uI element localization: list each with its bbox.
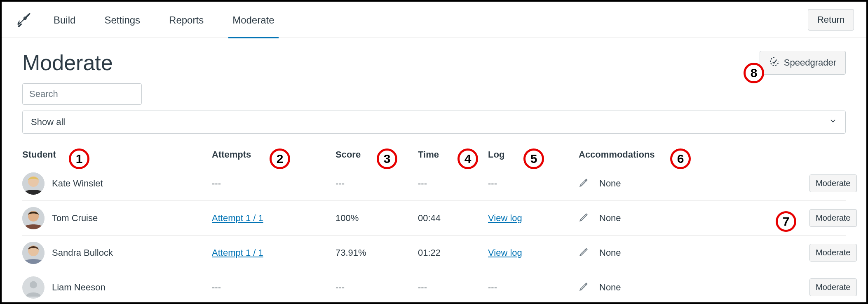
score-cell: ---: [335, 282, 418, 293]
accommodations-cell: None: [599, 282, 621, 293]
log-cell[interactable]: View log: [488, 247, 522, 258]
table-row: Sandra BullockAttempt 1 / 173.91%01:22Vi…: [22, 236, 846, 270]
attempts-cell[interactable]: Attempt 1 / 1: [212, 213, 263, 223]
log-cell: ---: [488, 282, 497, 292]
search-input[interactable]: [22, 83, 142, 105]
speedgrader-label: Speedgrader: [784, 57, 836, 68]
nav-tabs: Build Settings Reports Moderate: [54, 3, 274, 37]
col-score: Score: [335, 149, 418, 160]
moderate-button[interactable]: Moderate: [809, 278, 857, 296]
moderate-button[interactable]: Moderate: [809, 244, 857, 262]
col-student: Student: [22, 149, 212, 160]
moderate-button[interactable]: Moderate: [809, 209, 857, 227]
score-cell: 73.91%: [335, 247, 418, 258]
time-cell: ---: [418, 178, 488, 189]
col-attempts: Attempts: [212, 149, 335, 160]
main-content: Moderate Speedgrader Show all Student At…: [2, 38, 866, 304]
tab-reports[interactable]: Reports: [169, 3, 204, 37]
student-name: Kate Winslet: [52, 178, 103, 189]
log-cell[interactable]: View log: [488, 213, 522, 223]
accommodations-cell: None: [599, 247, 621, 258]
table-header: Student Attempts Score Time Log Accommod…: [22, 145, 846, 166]
time-cell: ---: [418, 282, 488, 293]
time-cell: 01:22: [418, 247, 488, 258]
pencil-icon[interactable]: [579, 177, 589, 190]
log-cell: ---: [488, 178, 497, 189]
table-row: Kate Winslet------------NoneModerate: [22, 166, 846, 201]
attempts-cell: ---: [212, 178, 221, 189]
moderate-button[interactable]: Moderate: [809, 174, 857, 192]
table-row: Tom CruiseAttempt 1 / 1100%00:44View log…: [22, 201, 846, 236]
time-cell: 00:44: [418, 213, 488, 224]
moderate-table: Student Attempts Score Time Log Accommod…: [22, 145, 846, 304]
avatar: [22, 207, 45, 229]
col-time: Time: [418, 149, 488, 160]
accommodations-cell: None: [599, 178, 621, 189]
score-cell: 100%: [335, 213, 418, 224]
avatar: [22, 172, 45, 195]
filter-label: Show all: [31, 117, 65, 127]
student-name: Sandra Bullock: [52, 247, 113, 258]
rocket-icon: [14, 10, 33, 29]
attempts-cell[interactable]: Attempt 1 / 1: [212, 247, 263, 258]
avatar: [22, 276, 45, 299]
page-title: Moderate: [22, 50, 113, 75]
tab-moderate[interactable]: Moderate: [232, 3, 274, 37]
pencil-icon[interactable]: [579, 246, 589, 259]
speedgrader-button[interactable]: Speedgrader: [760, 51, 846, 75]
chevron-down-icon: [829, 117, 837, 127]
avatar: [22, 242, 45, 264]
col-accommodations: Accommodations: [579, 149, 809, 160]
tab-build[interactable]: Build: [54, 3, 75, 37]
pencil-icon[interactable]: [579, 281, 589, 294]
col-log: Log: [488, 149, 579, 160]
pencil-icon[interactable]: [579, 212, 589, 225]
speedgrader-icon: [769, 56, 780, 69]
table-row: Liam Neeson------------NoneModerate: [22, 270, 846, 304]
score-cell: ---: [335, 178, 418, 189]
tab-settings[interactable]: Settings: [104, 3, 140, 37]
student-name: Liam Neeson: [52, 282, 106, 293]
student-name: Tom Cruise: [52, 213, 98, 224]
top-nav: Build Settings Reports Moderate Return: [2, 2, 866, 38]
accommodations-cell: None: [599, 213, 621, 224]
attempts-cell: ---: [212, 282, 221, 292]
filter-dropdown[interactable]: Show all: [22, 111, 846, 134]
return-button[interactable]: Return: [808, 9, 854, 31]
svg-point-7: [30, 281, 37, 288]
